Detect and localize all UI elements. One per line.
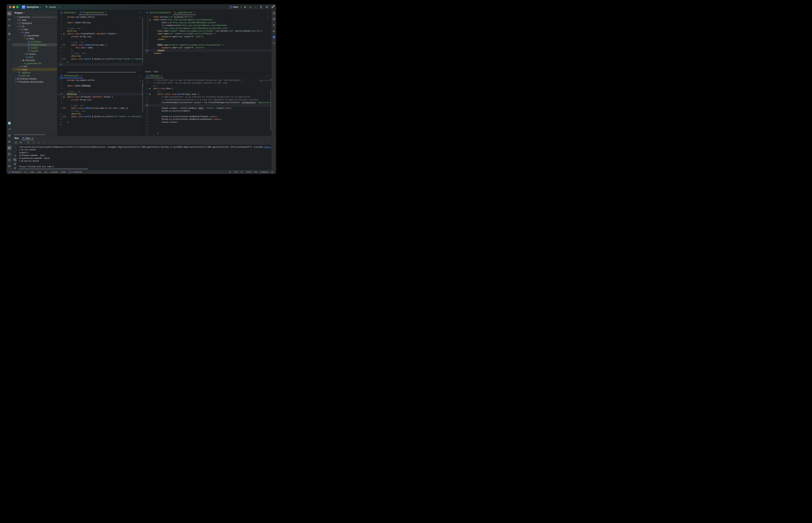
print-icon[interactable] [13, 162, 17, 166]
tab-options-kebab-icon[interactable]: ⋮ [136, 74, 143, 77]
chevron-right-icon[interactable] [17, 65, 20, 68]
code-line[interactable]: 16} [57, 60, 143, 63]
code-line[interactable]: 25 [144, 129, 271, 132]
editor-tab[interactable]: application.xml✕ [172, 10, 197, 15]
code-line[interactable]: 5 https://www.springframework.org/schema… [144, 27, 271, 30]
run-more-options-kebab[interactable]: ⋮ [42, 141, 45, 144]
fold-icon[interactable]: ❯ [65, 57, 66, 60]
code-line[interactable]: 3 usages new * [57, 90, 143, 93]
code-line[interactable]: 12 @Override [57, 55, 143, 57]
code-line[interactable]: 1package org.example.entity; [57, 79, 143, 82]
code-line[interactable]: 15 ClassPathXmlApplicationContext contex… [144, 101, 271, 104]
code-line[interactable]: 12 @Override [57, 112, 143, 115]
code-line[interactable]: 7 private String name; [57, 98, 143, 101]
gutter-ovr-icon[interactable] [63, 58, 65, 60]
code-line[interactable]: 13❯ public void teach() { System.out.pri… [57, 115, 143, 118]
chevron-down-icon[interactable] [21, 34, 24, 37]
code-line[interactable]: 13 // ApplicationContext is an interface… [144, 95, 271, 98]
editor-scrollbar[interactable] [270, 89, 271, 130]
editor-tab[interactable]: ArtTeacher.java✕ [58, 73, 84, 78]
tree-item-test[interactable]: test [12, 65, 57, 68]
code-line[interactable]: 6public class ArtTeacher implements Teac… [57, 95, 143, 98]
close-tab-icon[interactable]: ✕ [80, 75, 82, 77]
dependencies-tool-icon[interactable] [272, 41, 276, 45]
tree-item-java[interactable]: java [12, 31, 57, 34]
code-line[interactable]: 2 [57, 82, 143, 84]
fold-icon[interactable]: ❯ [65, 107, 66, 109]
breadcrumb-item[interactable]: example [50, 171, 58, 173]
project-panel-header[interactable]: Project [12, 10, 57, 15]
breadcrumb-item[interactable]: SpringTest [12, 171, 21, 173]
tab-options-kebab-icon[interactable]: ⋮ [265, 74, 271, 77]
services-tool-icon[interactable] [7, 133, 12, 138]
tree-item--idea[interactable]: .idea [12, 19, 57, 22]
code-line[interactable]: 7 private String name; [57, 35, 143, 38]
code-line[interactable]: 13 </bean> [144, 49, 271, 52]
breadcrumb-item[interactable]: bean [154, 70, 158, 73]
prev-problem-icon[interactable] [265, 80, 266, 81]
close-icon[interactable]: ✕ [32, 137, 33, 140]
code-line[interactable]: 11public class Main { [144, 87, 271, 90]
code-line[interactable]: 11 } [57, 49, 143, 52]
lock-icon[interactable] [271, 171, 273, 173]
tree-item-pom-xml[interactable]: pom.xml [12, 74, 57, 77]
code-line[interactable]: 17 Student student = context.getBean( na… [144, 107, 271, 109]
code-line[interactable]: 4 xsi:schemaLocation="http://www.springf… [144, 24, 271, 27]
code-line[interactable]: 16 [144, 104, 271, 107]
pull-requests-tool-icon[interactable]: ? [7, 23, 12, 28]
tree-item-main[interactable]: main [12, 28, 57, 31]
code-line[interactable]: 14</beans> [144, 52, 271, 55]
code-line[interactable]: 16 [57, 118, 143, 121]
profiler-gauge-icon[interactable] [37, 141, 40, 144]
code-line[interactable]: 8 <property name="name" value="Mr. John"… [144, 35, 271, 38]
tree-item-target[interactable]: target [12, 68, 57, 71]
tree-item-artteacher[interactable]: ArtTeacher [12, 40, 57, 43]
code-line[interactable]: 3 xmlns:xsi="http://www.w3.org/2001/XMLS… [144, 21, 271, 24]
close-tab-icon[interactable]: ✕ [105, 12, 107, 14]
code-line[interactable]: 1 usage new * [57, 41, 143, 43]
code-line[interactable]: 24 [144, 126, 271, 129]
minimize-window-button[interactable] [13, 6, 15, 8]
debug-button[interactable] [249, 5, 252, 8]
chevron-right-icon[interactable] [16, 68, 18, 71]
line-separator[interactable]: LF [241, 171, 243, 173]
breadcrumb-item[interactable]: java [38, 171, 41, 173]
code-line[interactable]: 19 [144, 112, 271, 115]
breadcrumb-item[interactable]: beans [146, 70, 151, 73]
gutter-bean-icon[interactable] [63, 96, 65, 98]
file-encoding[interactable]: UTF-8 [246, 171, 251, 173]
code-line[interactable]: 9 public void setName(String name) { [57, 43, 143, 46]
gutter-prop-icon[interactable] [63, 107, 65, 109]
caret-position[interactable]: 5:10 [234, 171, 238, 173]
chevron-right-icon[interactable] [16, 19, 18, 21]
restore-layout-icon[interactable] [32, 141, 35, 144]
problems-tool-icon[interactable] [7, 158, 12, 163]
commit-tool-icon[interactable] [7, 17, 12, 22]
code-line[interactable]: 4 [57, 87, 143, 90]
breadcrumb-file[interactable]: ArtTeacher [73, 171, 82, 173]
code-line[interactable]: 5@ToString [57, 30, 143, 32]
inspections-ok-icon[interactable]: ✓ [139, 79, 141, 82]
code-line[interactable]: 3import lombok.ToString; [57, 85, 143, 87]
code-line[interactable]: 12 public static void main(String[] args… [144, 93, 271, 95]
editor-scrollbar[interactable] [142, 80, 143, 112]
code-line[interactable]: new * [144, 85, 271, 87]
indent-setting[interactable]: 4 spaces [260, 171, 268, 173]
close-window-button[interactable] [9, 6, 11, 8]
next-problem-icon[interactable] [267, 80, 269, 81]
code-line[interactable]: 21 System.out.println(context.getBean(Pr… [144, 118, 271, 121]
code-line[interactable]: 9❯ public void setName(String name) { th… [57, 107, 143, 109]
code-line[interactable]: 11 <bean name="program" class="org.examp… [144, 43, 271, 46]
gutter-beanx-icon[interactable] [149, 19, 151, 21]
run-line-icon[interactable] [149, 88, 151, 89]
code-line[interactable]: 10 [144, 41, 271, 43]
code-line[interactable]: 1package org.example.entity; [57, 16, 143, 18]
project-horizontal-scrollbar[interactable] [14, 134, 45, 135]
code-line[interactable]: 9// Press Shift twice to open the Search… [144, 79, 271, 82]
code-with-me-icon[interactable] [260, 5, 263, 9]
tree-item-springtest[interactable]: SpringTest [12, 22, 57, 25]
chevron-down-icon[interactable] [19, 31, 22, 34]
chevron-right-icon[interactable] [14, 80, 17, 83]
editor-tab[interactable]: ProgramTeacher.java✕ [78, 10, 109, 15]
code-line[interactable]: no usages new * [57, 109, 143, 112]
